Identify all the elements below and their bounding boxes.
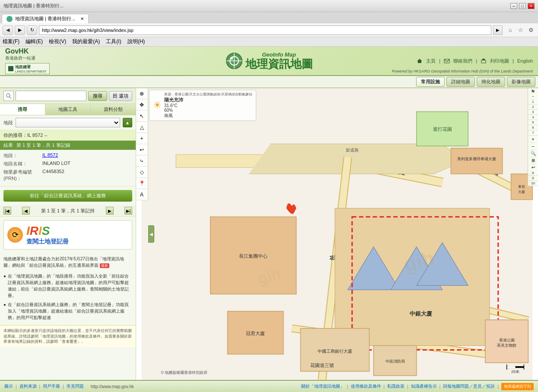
map-canvas[interactable]: 皇后大道中 金鐘道 美利道 架道路 花園道 紅棉路 xyxy=(136,88,538,380)
settings-icon[interactable]: ⚙ xyxy=(527,26,535,35)
tab-bar: 地理資訊地圖 | 香港特別行... ✕ xyxy=(0,12,538,23)
tool-draw[interactable]: ⤷ xyxy=(136,155,147,167)
scale-4[interactable]: 4 xyxy=(528,115,538,120)
menu-edit[interactable]: 編輯(E) xyxy=(25,38,43,45)
home-nav-icon xyxy=(417,58,423,63)
map-type-common[interactable]: 常用設施 xyxy=(416,77,445,87)
panel-collapse-button[interactable]: ◀ xyxy=(148,225,154,243)
scale-2[interactable]: 2 xyxy=(528,104,538,110)
field-label: 地段 xyxy=(3,120,13,126)
prn-value: C4458352 xyxy=(42,169,64,182)
go-button[interactable]: ▶ xyxy=(493,25,503,35)
reset-button[interactable]: 田 還項 xyxy=(109,91,132,101)
scale-minus[interactable]: − xyxy=(532,94,535,99)
iris-service-button[interactable]: 前往「綜合註冊資訊系統」網上服務 xyxy=(3,190,132,202)
zoom-extent-button[interactable]: ⊞ xyxy=(531,157,536,164)
result-count: 第 1 至 1 筆，共 1 筆記錄 xyxy=(16,142,70,149)
tab-search[interactable]: 搜尋 xyxy=(0,104,45,115)
active-tab[interactable]: 地理資訊地圖 | 香港特別行... ✕ xyxy=(2,14,89,23)
print-nav-icon xyxy=(481,58,487,63)
nav-home-link[interactable]: 主頁 xyxy=(426,58,436,64)
svg-text:長江集團中心: 長江集團中心 xyxy=(239,253,267,259)
tool-zoom-in[interactable]: + xyxy=(136,133,147,144)
lot-label: 地段： xyxy=(3,152,42,159)
iris-banner: ⟳ I R I S 查閱土地登記冊 xyxy=(3,220,132,250)
tool-route[interactable]: ↩ xyxy=(136,144,147,155)
map-type-buttons: 常用設施 詳細地圖 簡化地圖 影像地圖 xyxy=(416,77,535,87)
tool-pan[interactable]: ✥ xyxy=(136,99,147,111)
scale-1[interactable]: 1 xyxy=(528,99,538,104)
nav-print-link[interactable]: 列印地圖 xyxy=(490,58,509,64)
footer-faq[interactable]: 常見問題 xyxy=(67,383,84,389)
footer-legend[interactable]: 圖示 xyxy=(4,383,13,389)
prev-page-button[interactable]: ◀ xyxy=(22,207,30,215)
map-type-simple[interactable]: 簡化地圖 xyxy=(477,77,505,87)
scale-7[interactable]: 7 xyxy=(528,130,538,136)
tool-select[interactable]: ↖ xyxy=(136,111,147,122)
scale-10[interactable]: 10 xyxy=(528,181,538,186)
svg-rect-0 xyxy=(8,66,13,71)
zoom-search-button[interactable]: 🔍 xyxy=(530,150,537,157)
search-icon-box xyxy=(3,91,14,101)
menu-help[interactable]: 說明(H) xyxy=(127,38,145,45)
zoom-out-button[interactable]: − xyxy=(531,143,535,150)
footer-about[interactable]: 關於「地理資訊地圖」 xyxy=(301,383,344,389)
lot-value[interactable]: IL 8572 xyxy=(42,152,58,159)
barrier-free-button[interactable]: 無障礙網頁守則 xyxy=(501,383,534,390)
scale-3[interactable]: 3 xyxy=(528,110,538,115)
field-arrow-button[interactable]: ▲ xyxy=(123,118,132,127)
footer-feedback[interactable]: 回報地圖問題／意見／投訴 xyxy=(443,383,495,389)
menu-file[interactable]: 檔案(F) xyxy=(3,38,19,45)
footer-data-source[interactable]: 資料來源 xyxy=(19,383,37,389)
first-page-button[interactable]: |◀ xyxy=(3,207,11,215)
scale-9[interactable]: 9 xyxy=(528,176,538,181)
favorites-icon[interactable]: ☆ xyxy=(516,26,525,35)
lot-row: 地段： IL 8572 xyxy=(3,152,132,159)
scale-5[interactable]: 5 xyxy=(528,120,538,125)
site-footer: 圖示 | 資料來源 | 用戶手冊 | 常見問題 http://www.map.g… xyxy=(0,380,538,392)
tab-close-icon[interactable]: ✕ xyxy=(80,16,84,21)
search-input[interactable] xyxy=(16,91,86,101)
footer-privacy[interactable]: 私隱政策 xyxy=(387,383,404,389)
menu-favorites[interactable]: 我的最愛(A) xyxy=(72,38,100,45)
map-type-detailed[interactable]: 詳細地圖 xyxy=(446,77,475,87)
tab-data-category[interactable]: 資料分類 xyxy=(91,104,136,115)
bullet-section: ● 在「地理資訊地圖」的「地段搜尋」功能頁加入全新「前往綜合註冊資訊系統網上服務… xyxy=(0,271,136,325)
tool-polygon[interactable]: ◇ xyxy=(136,167,147,178)
footer-copyright[interactable]: 知識產權告示 xyxy=(411,383,437,389)
field-select[interactable] xyxy=(16,118,120,127)
tool-crosshair[interactable]: ⊕ xyxy=(136,88,147,99)
tool-measure[interactable]: △ xyxy=(136,122,147,133)
zoom-back-button[interactable]: ↩ xyxy=(531,164,536,171)
footer-terms[interactable]: 使用條款及條件 xyxy=(351,383,381,389)
menu-tools[interactable]: 工具(I) xyxy=(106,38,121,45)
tab-map-tools[interactable]: 地圖工具 xyxy=(45,104,91,115)
nav-english-link[interactable]: English xyxy=(517,58,533,63)
tool-text[interactable]: A xyxy=(136,189,147,200)
lot-name-value: INLAND LOT xyxy=(42,161,70,167)
last-page-button[interactable]: ▶| xyxy=(124,207,132,215)
forward-button[interactable]: ▶ xyxy=(15,25,25,35)
window-controls: ─ □ ✕ xyxy=(510,3,535,9)
back-button[interactable]: ◀ xyxy=(3,25,13,35)
zoom-in-button[interactable]: + xyxy=(531,136,535,143)
url-input[interactable] xyxy=(39,25,491,35)
menu-view[interactable]: 檢視(V) xyxy=(49,38,66,45)
scale-8[interactable]: 8 xyxy=(528,171,538,176)
geoinfo-en-title: GeoInfo Map xyxy=(245,51,313,58)
maximize-button[interactable]: □ xyxy=(519,3,526,9)
refresh-button[interactable]: ↻ xyxy=(27,25,37,35)
minimize-button[interactable]: ─ xyxy=(510,3,517,9)
map-type-image[interactable]: 影像地圖 xyxy=(507,77,535,87)
center-logo: GeoInfo Map 地理資訊地圖 xyxy=(226,51,313,70)
close-button[interactable]: ✕ xyxy=(528,3,535,9)
home-icon[interactable]: ⌂ xyxy=(506,26,515,35)
map-area[interactable]: 皇后大道中 金鐘道 美利道 架道路 花園道 紅棉路 xyxy=(136,88,538,380)
nav-contact-link[interactable]: 聯絡我們 xyxy=(453,58,472,64)
footer-user-guide[interactable]: 用戶手冊 xyxy=(43,383,60,389)
next-page-button[interactable]: ▶ xyxy=(106,207,114,215)
search-button[interactable]: 搜尋 xyxy=(88,91,107,101)
scale-6[interactable]: 6 xyxy=(528,125,538,130)
tool-pin[interactable]: 📍 xyxy=(136,178,147,189)
svg-text:香港公園: 香港公園 xyxy=(499,338,515,342)
